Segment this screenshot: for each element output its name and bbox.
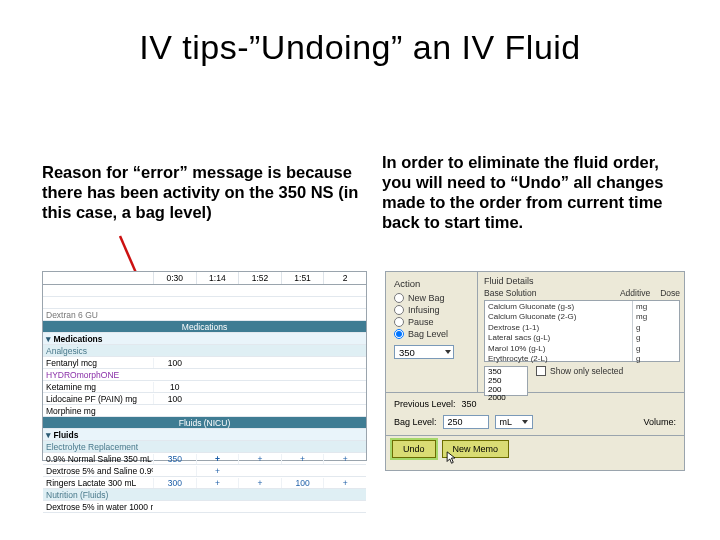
chevron-down-icon [522, 420, 528, 424]
heading-medications: Medications [43, 333, 366, 345]
slide-title: IV tips-”Undoing” an IV Fluid [0, 28, 720, 67]
new-memo-button[interactable]: New Memo [442, 440, 510, 458]
show-only-selected-checkbox[interactable]: Show only selected [536, 366, 623, 376]
action-combo[interactable]: 350 [394, 345, 454, 359]
button-bar: Undo New Memo [386, 435, 684, 461]
row-ns-350: 0.9% Normal Saline 350 mL 350 + + + + [43, 453, 366, 465]
heading-analgesics: Analgesics [43, 345, 366, 357]
caption-right: In order to eliminate the fluid order, y… [382, 152, 692, 233]
radio-pause[interactable]: Pause [394, 317, 471, 327]
screenshot-dialog-right: Action New Bag Infusing Pause Bag Level … [385, 271, 685, 471]
radio-infusing[interactable]: Infusing [394, 305, 471, 315]
action-label: Action [394, 278, 471, 289]
previous-level-value: 350 [462, 399, 477, 409]
unit-select[interactable]: mL [495, 415, 533, 429]
radio-baglevel[interactable]: Bag Level [394, 329, 471, 339]
value-listbox[interactable]: 350 250 200 2000 [484, 366, 528, 396]
previous-level-label: Previous Level: [394, 399, 456, 409]
radio-newbag[interactable]: New Bag [394, 293, 471, 303]
bag-level-label: Bag Level: [394, 417, 437, 427]
heading-fluids: Fluids [43, 429, 366, 441]
additive-table[interactable]: Calcium Gluconate (g-s) Calcium Gluconat… [484, 300, 680, 362]
screenshot-chart-left: 0:30 1:14 1:52 1:51 2 Dextran 6 GU Medic… [42, 271, 367, 461]
volume-label: Volume: [643, 417, 676, 427]
bag-level-input[interactable]: 250 [443, 415, 489, 429]
heading-electrolyte: Electrolyte Replacement [43, 441, 366, 453]
chevron-down-icon [445, 350, 451, 354]
caption-left: Reason for “error” message is because th… [42, 162, 362, 222]
section-bar-fluids: Fluids (NICU) [43, 417, 366, 429]
fluid-details-label: Fluid Details [484, 276, 534, 286]
section-bar-medications: Medications [43, 321, 366, 333]
undo-button[interactable]: Undo [392, 440, 436, 458]
time-header-row: 0:30 1:14 1:52 1:51 2 [43, 272, 366, 285]
